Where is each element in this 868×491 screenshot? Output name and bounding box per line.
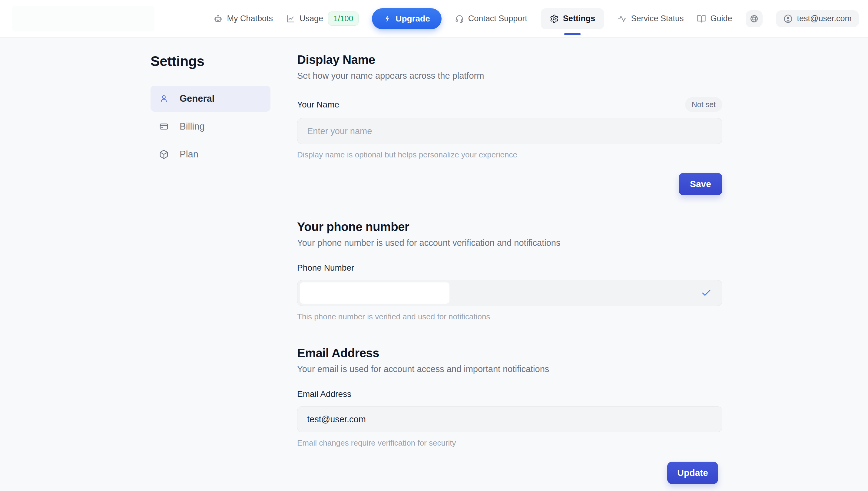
not-set-badge: Not set	[685, 97, 722, 112]
usage-count-badge: 1/100	[328, 11, 359, 26]
email-section: Email Address Your email is used for acc…	[297, 346, 722, 484]
nav-contact-support-label: Contact Support	[468, 14, 527, 23]
sidebar-item-billing[interactable]: Billing	[150, 114, 271, 140]
name-helper-text: Display name is optional but helps perso…	[297, 150, 722, 160]
account-email-label: test@user.com	[797, 14, 852, 23]
verified-check-icon	[701, 288, 712, 298]
phone-input[interactable]	[300, 283, 449, 304]
nav-contact-support[interactable]: Contact Support	[455, 14, 527, 23]
phone-field-label: Phone Number	[297, 263, 354, 273]
active-tab-indicator	[564, 33, 581, 35]
page-title: Settings	[150, 53, 271, 69]
nav-usage-group: Usage 1/100	[286, 11, 359, 26]
bolt-icon	[384, 15, 391, 23]
email-field-label: Email Address	[297, 389, 351, 399]
phone-section: Your phone number Your phone number is u…	[297, 220, 722, 321]
section-subtitle: Set how your name appears across the pla…	[297, 71, 722, 81]
globe-icon	[750, 14, 759, 23]
nav-my-chatbots-label: My Chatbots	[227, 14, 273, 23]
email-helper-text: Email changes require verification for s…	[297, 438, 722, 448]
box-icon	[159, 149, 169, 159]
display-name-section: Display Name Set how your name appears a…	[297, 53, 722, 195]
name-field-label: Your Name	[297, 100, 339, 110]
robot-icon	[214, 14, 223, 23]
user-avatar-icon	[783, 14, 793, 24]
upgrade-button[interactable]: Upgrade	[372, 8, 442, 29]
book-open-icon	[697, 14, 706, 23]
sidebar-item-label: Plan	[179, 149, 198, 160]
settings-sidebar: Settings General Billing	[150, 53, 271, 484]
nav-settings-label: Settings	[563, 14, 595, 23]
person-icon	[159, 94, 169, 104]
name-field-row: Your Name Not set	[297, 97, 722, 112]
section-title: Display Name	[297, 53, 722, 66]
name-input[interactable]	[307, 126, 713, 137]
nav-service-status-label: Service Status	[631, 14, 683, 23]
top-navbar: My Chatbots Usage 1/100 Upgrade	[0, 0, 868, 37]
nav-guide-label: Guide	[710, 14, 732, 23]
upgrade-button-label: Upgrade	[395, 14, 430, 24]
activity-icon	[618, 14, 626, 23]
email-input[interactable]	[307, 414, 713, 425]
nav-usage[interactable]: Usage	[286, 14, 323, 23]
email-input-container	[297, 406, 722, 432]
nav-my-chatbots[interactable]: My Chatbots	[214, 14, 273, 23]
update-row: Update	[297, 462, 722, 484]
account-menu[interactable]: test@user.com	[776, 10, 859, 27]
language-globe-button[interactable]	[746, 10, 763, 27]
nav-usage-label: Usage	[300, 14, 323, 23]
nav-settings-active-tab[interactable]: Settings	[541, 8, 605, 29]
section-subtitle: Your email is used for account access an…	[297, 364, 722, 374]
phone-helper-text: This phone number is verified and used f…	[297, 312, 722, 321]
section-subtitle: Your phone number is used for account ve…	[297, 238, 722, 248]
email-field-row: Email Address	[297, 389, 722, 399]
save-button[interactable]: Save	[679, 173, 722, 195]
phone-field-row: Phone Number	[297, 263, 722, 273]
sidebar-item-plan[interactable]: Plan	[150, 141, 271, 167]
save-row: Save	[297, 173, 722, 195]
sidebar-item-general[interactable]: General	[150, 86, 271, 112]
nav-links: My Chatbots Usage 1/100 Upgrade	[214, 8, 859, 29]
headset-icon	[455, 14, 464, 23]
phone-input-container	[297, 280, 722, 306]
section-title: Your phone number	[297, 220, 722, 234]
section-title: Email Address	[297, 346, 722, 360]
app-logo	[12, 6, 155, 31]
sidebar-item-label: General	[179, 93, 215, 104]
name-input-container	[297, 118, 722, 144]
nav-guide[interactable]: Guide	[697, 14, 732, 23]
main-area: Settings General Billing	[0, 37, 868, 484]
line-chart-icon	[286, 14, 295, 23]
settings-content: Display Name Set how your name appears a…	[297, 53, 722, 484]
gear-icon	[550, 14, 559, 23]
update-button[interactable]: Update	[667, 462, 718, 484]
credit-card-icon	[159, 122, 169, 132]
nav-service-status[interactable]: Service Status	[618, 14, 683, 23]
sidebar-item-label: Billing	[179, 121, 205, 132]
